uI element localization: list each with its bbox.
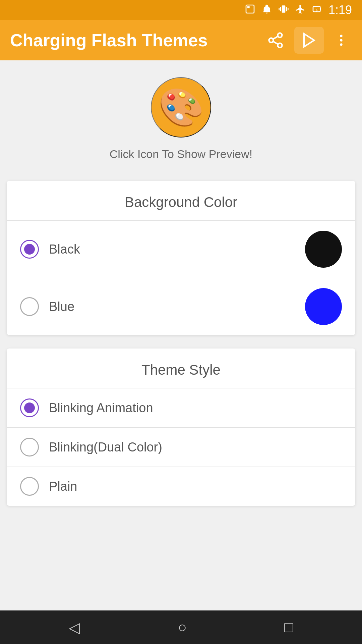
blinking-animation-row[interactable]: Blinking Animation	[7, 388, 355, 427]
svg-point-10	[269, 38, 274, 43]
more-options-button[interactable]	[330, 30, 352, 51]
notification-icon	[261, 4, 272, 17]
blinking-animation-radio-inner	[24, 402, 35, 413]
recent-nav-button[interactable]: □	[284, 619, 293, 636]
palette-icon: 🎨	[158, 86, 204, 129]
status-bar: 1:19	[0, 0, 362, 20]
blue-label: Blue	[49, 300, 305, 314]
black-color-swatch	[305, 231, 342, 268]
home-nav-button[interactable]: ○	[178, 619, 187, 636]
black-label: Black	[49, 242, 305, 257]
app-title: Charging Flash Themes	[10, 30, 257, 50]
svg-rect-1	[247, 6, 250, 8]
play-store-button[interactable]	[294, 27, 324, 54]
blinking-dual-color-label: Blinking(Dual Color)	[49, 440, 342, 454]
black-option-row[interactable]: Black	[7, 220, 355, 278]
app-bar: Charging Flash Themes	[0, 20, 362, 60]
svg-rect-0	[246, 5, 254, 13]
hero-section: 🎨 Click Icon To Show Preview!	[0, 60, 362, 174]
blinking-dual-color-radio[interactable]	[20, 438, 39, 457]
back-nav-icon: ◁	[69, 619, 80, 636]
svg-rect-4	[286, 7, 287, 11]
svg-point-9	[278, 33, 282, 37]
plain-label: Plain	[49, 479, 342, 494]
black-radio-button[interactable]	[20, 240, 39, 259]
blinking-animation-label: Blinking Animation	[49, 401, 342, 415]
svg-rect-8	[320, 8, 321, 10]
background-color-title: Background Color	[7, 181, 355, 220]
svg-point-15	[340, 35, 342, 37]
screenshot-icon	[245, 4, 255, 17]
home-nav-icon: ○	[178, 619, 187, 636]
svg-point-11	[278, 43, 282, 48]
svg-rect-2	[282, 5, 286, 12]
vibrate-icon	[278, 4, 289, 17]
app-bar-actions	[263, 27, 352, 54]
blinking-dual-color-row[interactable]: Blinking(Dual Color)	[7, 427, 355, 467]
battery-charging-icon	[312, 4, 322, 17]
svg-rect-5	[279, 8, 280, 10]
svg-line-13	[273, 36, 278, 39]
plain-radio[interactable]	[20, 477, 39, 496]
svg-rect-6	[288, 8, 289, 10]
blue-option-row[interactable]: Blue	[7, 278, 355, 335]
theme-style-card: Theme Style Blinking Animation Blinking(…	[7, 348, 355, 506]
background-color-card: Background Color Black Blue	[7, 181, 355, 335]
blue-color-swatch	[305, 288, 342, 325]
hero-instruction: Click Icon To Show Preview!	[110, 148, 252, 161]
bottom-nav: ◁ ○ □	[0, 610, 362, 644]
status-time: 1:19	[328, 3, 352, 17]
svg-rect-3	[280, 7, 281, 11]
black-radio-inner	[24, 244, 35, 255]
recent-nav-icon: □	[284, 619, 293, 636]
status-icons: 1:19	[245, 3, 352, 17]
palette-preview-button[interactable]: 🎨	[151, 77, 211, 138]
blinking-animation-radio[interactable]	[20, 398, 39, 417]
blue-radio-button[interactable]	[20, 297, 39, 316]
svg-point-17	[340, 43, 342, 46]
theme-style-title: Theme Style	[7, 348, 355, 388]
plain-row[interactable]: Plain	[7, 467, 355, 506]
svg-point-16	[340, 39, 342, 41]
svg-line-12	[273, 41, 278, 44]
svg-marker-14	[304, 34, 314, 47]
share-button[interactable]	[263, 28, 288, 52]
airplane-icon	[295, 4, 306, 17]
back-nav-button[interactable]: ◁	[69, 619, 80, 636]
